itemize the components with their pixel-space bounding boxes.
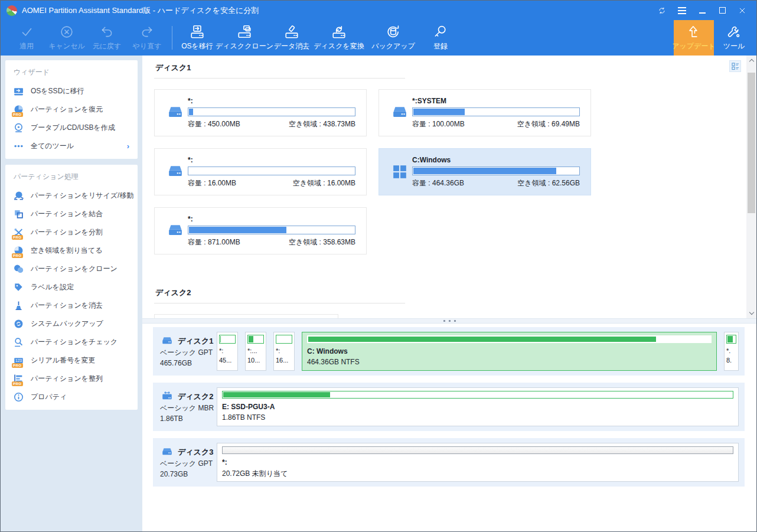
maximize-icon[interactable] [714, 4, 730, 18]
sidebar-item-restore-partition[interactable]: PROパーティションを復元 [5, 100, 138, 119]
disk-size: 465.76GB [160, 359, 217, 367]
toolbar-button-label: ディスククローン [216, 41, 273, 51]
tools-icon [726, 24, 742, 40]
sidebar-item-migrate-ssd[interactable]: OSをSSDに移行 [5, 82, 138, 100]
sidebar-item-clone-partition[interactable]: パーティションをクローン [5, 260, 138, 278]
sidebar-item-check-partition[interactable]: パーティションをチェック [5, 333, 138, 351]
toolbar-button-register[interactable]: 登録 [420, 20, 461, 56]
partition-block[interactable]: *:45... [217, 332, 238, 371]
allocate-free-space-icon: PRO [14, 246, 24, 256]
pro-badge: PRO [12, 112, 23, 117]
partition-card[interactable]: *:SYSTEM容量 : 100.00MB空き領域 : 69.49MB [378, 89, 591, 136]
sidebar-item-label: ラベルを設定 [31, 282, 129, 292]
clone-partition-icon [14, 264, 24, 274]
drive-icon [167, 223, 184, 239]
sidebar-item-wipe-partition[interactable]: パーティションを消去 [5, 296, 138, 315]
app-logo-icon [6, 5, 17, 16]
scroll-up-arrow-icon[interactable] [746, 56, 756, 66]
disk-map-panel: ディスク1ベーシック GPT465.76GB*:45...*:...10...*… [142, 324, 756, 531]
partition-label: *:... [247, 347, 264, 354]
partition-block[interactable]: *.8. [724, 332, 739, 371]
system-backup-icon [14, 319, 24, 329]
partition-area: *:20.72GB 未割り当て [217, 443, 739, 482]
undo-icon [99, 24, 115, 40]
toolbar-button-backup[interactable]: バックアップ [366, 20, 420, 56]
sidebar-item-all-tools[interactable]: 全てのツール› [5, 137, 138, 155]
partition-size: 10... [247, 357, 264, 364]
toolbar-button-tools[interactable]: ツール [714, 20, 754, 56]
usage-bar [188, 226, 355, 234]
partition-block[interactable]: *:16... [273, 332, 295, 371]
toolbar-button-undo[interactable]: 元に戻す [87, 20, 127, 56]
partition-card[interactable]: *:容量 : 16.00MB空き領域 : 16.00MB [154, 148, 367, 195]
sidebar-item-resize-partition[interactable]: パーティションをリサイズ/移動 [5, 187, 138, 205]
usage-bar [307, 335, 712, 343]
disk-size: 1.86TB [160, 414, 217, 423]
sidebar-item-split-partition[interactable]: PROパーティションを分割 [5, 223, 138, 241]
sidebar-item-label: システムバックアップ [31, 319, 129, 329]
sidebar-item-label: パーティションをリサイズ/移動 [31, 191, 133, 201]
vertical-scrollbar[interactable] [746, 56, 756, 318]
partition-name: C:Windows [412, 156, 580, 164]
disk-info[interactable]: ディスク3ベーシック GPT20.73GB [160, 443, 217, 482]
window-title: AOMEI Partition Assistant Standard版 - ハー… [22, 5, 654, 16]
toolbar-button-update[interactable]: アップデート [674, 20, 714, 56]
toolbar-button-migrate-os[interactable]: OSを移行 [177, 20, 217, 56]
partition-block[interactable]: *:20.72GB 未割り当て [217, 443, 739, 482]
migrate-ssd-icon [14, 86, 24, 96]
windows-icon [387, 164, 412, 179]
sidebar-item-merge-partition[interactable]: パーティションを結合 [5, 205, 138, 223]
scrollbar-track[interactable] [746, 66, 756, 308]
partition-free-space: 空き領域 : 16.00MB [293, 178, 355, 188]
partition-card[interactable]: *:容量 : 450.00MB空き領域 : 438.73MB [154, 89, 367, 136]
view-toggle-button[interactable] [729, 60, 741, 72]
sidebar-item-set-label[interactable]: ラベルを設定 [5, 278, 138, 296]
partition-capacity: 容量 : 464.36GB [412, 178, 464, 188]
toolbar-button-redo[interactable]: やり直す [127, 20, 167, 56]
sidebar-item-change-serial[interactable]: 123PROシリアル番号を変更 [5, 351, 138, 370]
sidebar-item-bootable-media[interactable]: ブータブルCD/USBを作成 [5, 119, 138, 137]
partition-label: E: SSD-PGU3-A [222, 403, 733, 411]
drive-icon [387, 105, 412, 120]
sidebar-item-properties[interactable]: プロパティ [5, 388, 138, 406]
partition-label: C: Windows [307, 347, 712, 355]
scrollbar-thumb[interactable] [748, 73, 755, 213]
usage-bar [412, 167, 580, 175]
sidebar-item-align-partition[interactable]: PROパーティションを整列 [5, 370, 138, 388]
toolbar-button-convert-disk[interactable]: ディスクを変換 [312, 20, 366, 56]
sidebar-item-label: 全てのツール [31, 141, 120, 151]
panel-splitter[interactable] [142, 318, 756, 324]
disk-icon [160, 446, 174, 458]
toolbar-button-check[interactable]: 適用 [6, 20, 47, 56]
toolbar-button-wipe-data[interactable]: データ消去 [272, 20, 312, 56]
toolbar-button-label: OSを移行 [181, 41, 213, 51]
menu-icon[interactable] [674, 4, 690, 18]
partition-block[interactable]: C: Windows464.36GB NTFS [302, 332, 717, 371]
clone-partition-icon [14, 264, 24, 274]
all-tools-icon [14, 141, 24, 151]
minimize-icon[interactable] [694, 4, 710, 18]
sync-icon[interactable] [654, 4, 670, 18]
partition-block[interactable]: *:...10... [245, 332, 266, 371]
partition-capacity: 容量 : 450.00MB [188, 119, 240, 129]
usage-bar [276, 335, 292, 344]
disk-info[interactable]: ディスク1ベーシック GPT465.76GB [160, 332, 217, 371]
toolbar-button-cancel[interactable]: キャンセル [47, 20, 87, 56]
partition-cards-grid: *:容量 : 450.00MB空き領域 : 438.73MB*:SYSTEM容量… [154, 89, 745, 254]
drive-icon [163, 105, 188, 120]
usage-bar [247, 335, 264, 344]
drive-icon [391, 105, 409, 120]
sidebar: ウィザードOSをSSDに移行PROパーティションを復元ブータブルCD/USBを作… [1, 56, 142, 531]
toolbar-button-disk-clone[interactable]: ディスククローン [217, 20, 272, 56]
partition-card[interactable]: C:Windows容量 : 464.36GB空き領域 : 62.56GB [378, 148, 591, 195]
disk-row: ディスク2ベーシック MBR1.86TBE: SSD-PGU3-A1.86TB … [153, 383, 745, 431]
disk-info[interactable]: ディスク2ベーシック MBR1.86TB [160, 387, 217, 426]
partition-size: 45... [219, 357, 236, 364]
partition-card[interactable]: *:容量 : 871.00MB空き領域 : 358.63MB [154, 207, 367, 254]
resize-partition-icon [14, 191, 24, 201]
sidebar-item-allocate-free-space[interactable]: PRO空き領域を割り当てる [5, 241, 138, 260]
sidebar-item-system-backup[interactable]: システムバックアップ [5, 315, 138, 333]
close-icon[interactable] [734, 4, 751, 18]
scroll-down-arrow-icon[interactable] [746, 308, 756, 318]
partition-block[interactable]: E: SSD-PGU3-A1.86TB NTFS [217, 387, 739, 426]
